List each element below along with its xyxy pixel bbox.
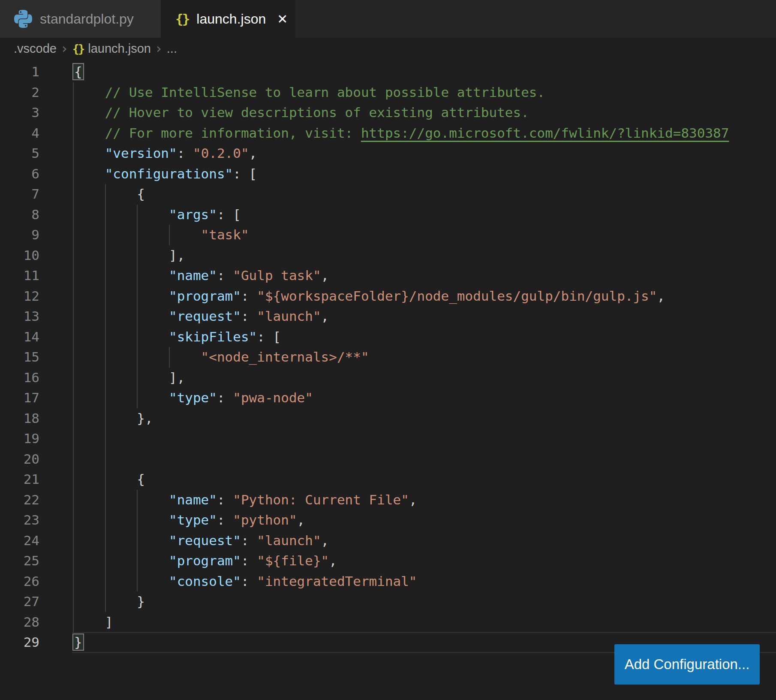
code-text: { (73, 471, 145, 487)
indent-guide (105, 428, 106, 449)
line-number[interactable]: 23 (0, 510, 39, 531)
line-number[interactable]: 11 (0, 266, 39, 286)
code-text: "name": "Python: Current File", (73, 492, 417, 507)
code-line-1[interactable]: 1{ (0, 62, 776, 82)
line-number[interactable]: 1 (0, 62, 39, 82)
line-number[interactable]: 17 (0, 388, 39, 408)
python-file-icon (14, 10, 32, 28)
code-text: "console": "integratedTerminal" (73, 573, 417, 589)
code-line-15[interactable]: 15 "<node_internals>/**" (0, 347, 776, 368)
tab-label: standardplot.py (40, 11, 134, 27)
line-number[interactable]: 14 (0, 327, 39, 347)
line-number[interactable]: 13 (0, 306, 39, 327)
line-number[interactable]: 20 (0, 449, 39, 470)
breadcrumb-more[interactable]: ... (167, 42, 177, 56)
line-number[interactable]: 12 (0, 286, 39, 307)
line-number[interactable]: 21 (0, 469, 39, 490)
code-text: }, (73, 410, 153, 426)
code-line-16[interactable]: 16 ], (0, 368, 776, 388)
code-text: } (73, 634, 84, 650)
code-line-25[interactable]: 25 "program": "${file}", (0, 551, 776, 571)
code-line-24[interactable]: 24 "request": "launch", (0, 531, 776, 551)
code-line-9[interactable]: 9 "task" (0, 225, 776, 245)
code-line-6[interactable]: 6 "configurations": [ (0, 164, 776, 184)
line-number[interactable]: 5 (0, 143, 39, 164)
line-number[interactable]: 16 (0, 368, 39, 388)
code-line-14[interactable]: 14 "skipFiles": [ (0, 327, 776, 347)
line-number[interactable]: 10 (0, 245, 39, 266)
tab-launch-json[interactable]: {} launch.json ✕ (161, 0, 296, 38)
code-line-19[interactable]: 19 (0, 428, 776, 449)
code-text: "program": "${workspaceFolder}/node_modu… (73, 288, 665, 304)
code-line-22[interactable]: 22 "name": "Python: Current File", (0, 490, 776, 510)
code-line-11[interactable]: 11 "name": "Gulp task", (0, 266, 776, 286)
line-number[interactable]: 3 (0, 103, 39, 123)
line-number[interactable]: 29 (0, 632, 39, 653)
line-number[interactable]: 8 (0, 205, 39, 225)
code-line-26[interactable]: 26 "console": "integratedTerminal" (0, 571, 776, 592)
line-number[interactable]: 28 (0, 612, 39, 633)
code-line-2[interactable]: 2 // Use IntelliSense to learn about pos… (0, 82, 776, 103)
indent-guide (105, 449, 106, 470)
code-text: "program": "${file}", (73, 553, 337, 568)
code-text: "configurations": [ (73, 166, 257, 181)
code-text: ] (73, 614, 113, 630)
code-line-27[interactable]: 27 } (0, 591, 776, 612)
code-line-4[interactable]: 4 // For more information, visit: https:… (0, 123, 776, 144)
close-tab-icon[interactable]: ✕ (277, 12, 288, 27)
editor-tab-bar: standardplot.py {} launch.json ✕ (0, 0, 776, 38)
code-line-7[interactable]: 7 { (0, 184, 776, 205)
code-text: "args": [ (73, 207, 241, 222)
line-number[interactable]: 25 (0, 551, 39, 571)
code-text: // Use IntelliSense to learn about possi… (73, 84, 545, 100)
code-line-12[interactable]: 12 "program": "${workspaceFolder}/node_m… (0, 286, 776, 307)
code-line-23[interactable]: 23 "type": "python", (0, 510, 776, 531)
chevron-right-icon: › (62, 40, 67, 57)
breadcrumb-folder[interactable]: .vscode (14, 42, 57, 56)
code-text: // For more information, visit: https://… (73, 125, 729, 141)
line-number[interactable]: 4 (0, 123, 39, 144)
line-number[interactable]: 9 (0, 225, 39, 245)
line-number[interactable]: 18 (0, 408, 39, 429)
code-line-21[interactable]: 21 { (0, 469, 776, 490)
json-braces-icon: {} (175, 11, 189, 27)
code-text: ], (73, 247, 185, 263)
editor-pane[interactable]: 1{2 // Use IntelliSense to learn about p… (0, 59, 776, 700)
code-line-20[interactable]: 20 (0, 449, 776, 470)
code-line-18[interactable]: 18 }, (0, 408, 776, 429)
code-line-10[interactable]: 10 ], (0, 245, 776, 266)
line-number[interactable]: 7 (0, 184, 39, 205)
code-text: { (73, 186, 145, 202)
vscode-window: standardplot.py {} launch.json ✕ .vscode… (0, 0, 776, 700)
code-line-17[interactable]: 17 "type": "pwa-node" (0, 388, 776, 408)
code-text: "type": "python", (73, 512, 305, 528)
code-text: ], (73, 370, 185, 385)
add-configuration-button[interactable]: Add Configuration... (614, 644, 760, 685)
code-text: "type": "pwa-node" (73, 390, 313, 405)
code-text: // Hover to view descriptions of existin… (73, 105, 529, 120)
json-braces-icon: {} (72, 42, 84, 55)
line-number[interactable]: 15 (0, 347, 39, 368)
code-line-5[interactable]: 5 "version": "0.2.0", (0, 143, 776, 164)
line-number[interactable]: 19 (0, 428, 39, 449)
code-text: "version": "0.2.0", (73, 145, 257, 161)
code-area: 1{2 // Use IntelliSense to learn about p… (0, 62, 776, 653)
code-text: "name": "Gulp task", (73, 268, 329, 283)
code-text: "<node_internals>/**" (73, 349, 369, 365)
code-line-3[interactable]: 3 // Hover to view descriptions of exist… (0, 103, 776, 123)
line-number[interactable]: 2 (0, 82, 39, 103)
indent-guide (73, 428, 74, 449)
breadcrumb-file[interactable]: launch.json (88, 42, 151, 56)
indent-guide (73, 449, 74, 470)
line-number[interactable]: 6 (0, 164, 39, 184)
line-number[interactable]: 22 (0, 490, 39, 510)
tab-standardplot-py[interactable]: standardplot.py (0, 0, 161, 38)
line-number[interactable]: 24 (0, 531, 39, 551)
line-number[interactable]: 27 (0, 591, 39, 612)
code-line-13[interactable]: 13 "request": "launch", (0, 306, 776, 327)
code-line-28[interactable]: 28 ] (0, 612, 776, 633)
code-text: "skipFiles": [ (73, 329, 281, 344)
code-line-8[interactable]: 8 "args": [ (0, 205, 776, 225)
breadcrumb: .vscode › {} launch.json › ... (0, 38, 776, 59)
line-number[interactable]: 26 (0, 571, 39, 592)
